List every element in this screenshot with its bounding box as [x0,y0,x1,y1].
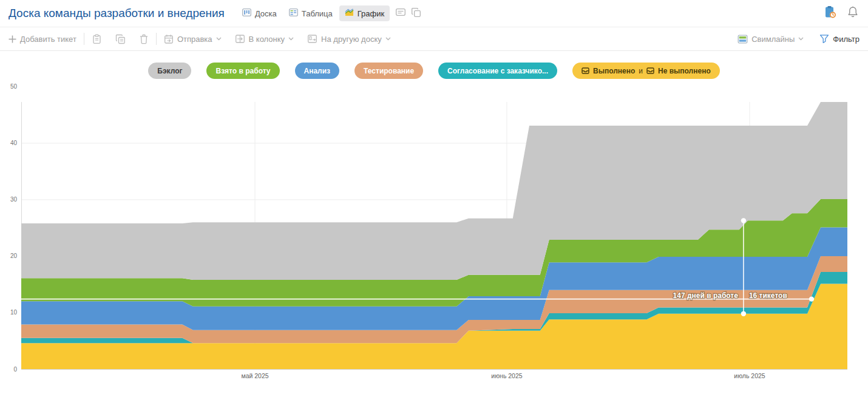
chevron-down-icon [288,37,294,41]
timer-clipboard-icon [824,5,836,19]
board-move-icon [307,34,317,44]
svg-text:40: 40 [10,140,18,146]
bell-icon [847,6,858,18]
calendar-send-icon [164,34,174,44]
swimlane-icon [737,35,748,44]
view-tabs: Доска Таблица График [237,5,390,21]
svg-text:10: 10 [10,309,18,316]
duplicate-button[interactable] [115,34,126,44]
board-toolbar: Добавить тикет Отправка В колонку На дру… [0,27,868,51]
legend-chip-in-progress[interactable]: Взято в работу [206,63,279,79]
delete-button[interactable] [139,34,149,44]
toolbar-divider [156,33,157,45]
copy-icon [412,8,421,19]
legend-chip-client-approval[interactable]: Согласование с заказчико... [438,63,557,79]
not-done-tray-icon [646,67,654,74]
chevron-down-icon [385,37,391,41]
trash-icon [139,34,149,44]
legend-chip-done[interactable]: Выполнено и Не выполнено [572,63,720,79]
svg-text:20: 20 [10,253,18,259]
table-icon [289,8,298,18]
chart-area: 01020304050май 2025июнь 2025июль 2025147… [0,83,868,397]
top-header: Доска команды разработки и внедрения Дос… [0,0,868,27]
svg-text:147 дней в работе: 147 дней в работе [673,291,739,300]
chevron-down-icon [798,37,804,41]
chart-legend: Бэклог Взято в работу Анализ Тестировани… [0,63,868,79]
tab-board[interactable]: Доска [237,5,282,21]
card-view-button[interactable] [396,8,405,19]
svg-text:май 2025: май 2025 [241,372,268,379]
to-board-dropdown[interactable]: На другую доску [307,34,391,44]
tab-table[interactable]: Таблица [283,5,338,21]
to-column-dropdown[interactable]: В колонку [235,34,294,44]
duplicate-view-button[interactable] [412,8,421,19]
plus-icon [8,35,16,43]
send-dropdown[interactable]: Отправка [164,34,222,44]
chevron-down-icon [216,37,222,41]
paste-icon [92,34,102,44]
page-title: Доска команды разработки и внедрения [8,7,225,20]
svg-text:июнь 2025: июнь 2025 [491,372,522,379]
notifications-button[interactable] [847,6,858,21]
svg-text:30: 30 [10,196,18,203]
card-icon [396,8,405,19]
header-right-actions [824,5,858,21]
board-icon [242,8,251,18]
swimlanes-dropdown[interactable]: Свимлайны [737,35,804,44]
column-move-icon [235,34,245,44]
svg-text:50: 50 [10,83,18,90]
toolbar-right: Свимлайны Фильтр [737,34,860,44]
svg-text:июль 2025: июль 2025 [734,372,765,379]
funnel-icon [819,34,829,44]
add-ticket-button[interactable]: Добавить тикет [8,35,76,44]
toolbar-divider [84,33,84,45]
svg-text:16 тикетов: 16 тикетов [749,291,787,300]
duplicate-icon [115,34,126,44]
chart-icon [345,8,354,18]
legend-chip-backlog[interactable]: Бэклог [148,63,191,79]
cumulative-flow-chart[interactable]: 01020304050май 2025июнь 2025июль 2025147… [0,83,868,397]
legend-chip-testing[interactable]: Тестирование [354,63,423,79]
filter-button[interactable]: Фильтр [819,34,860,44]
svg-text:0: 0 [13,366,17,373]
time-report-button[interactable] [824,5,836,21]
done-tray-icon [581,67,589,74]
tab-chart[interactable]: График [339,5,390,21]
paste-button[interactable] [92,34,102,44]
legend-chip-analysis[interactable]: Анализ [295,63,340,79]
